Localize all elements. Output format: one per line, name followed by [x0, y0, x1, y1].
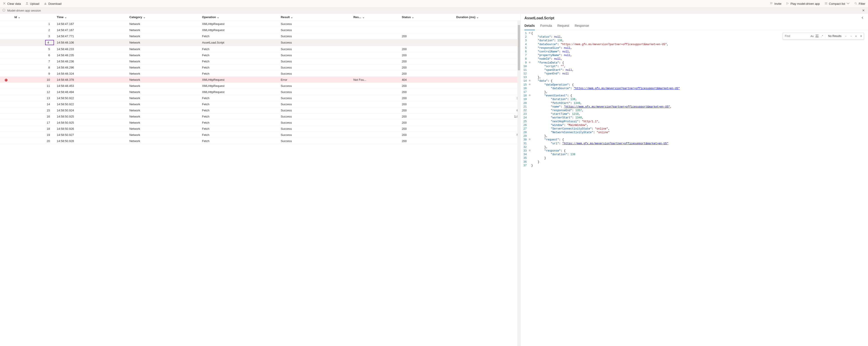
tab-formula[interactable]: Formula — [540, 23, 552, 30]
download-button[interactable]: Download — [44, 2, 61, 6]
col-result[interactable]: Result⌄ — [279, 13, 351, 21]
upload-label: Upload — [30, 2, 39, 5]
cell-duration — [454, 46, 521, 52]
code-content: "NetworkConnectivityState": "online" — [531, 131, 610, 134]
fold-toggle[interactable]: ⊟ — [528, 83, 531, 86]
scrollbar-thumb[interactable] — [518, 25, 520, 70]
find-prev-button[interactable]: ← — [844, 34, 848, 38]
code-line: 14⊟ "data": { — [521, 79, 868, 83]
filter-button[interactable]: Filter — [854, 2, 865, 6]
whole-word-button[interactable]: Ab — [815, 34, 819, 38]
cell-time: 14:58:48.235 — [55, 52, 127, 58]
clear-data-button[interactable]: Clear data — [3, 2, 21, 6]
table-row[interactable]: 1714:58:50.925NetworkFetchSuccess200 — [0, 120, 521, 126]
find-selection-button[interactable]: ≡ — [854, 34, 858, 38]
svg-point-0 — [771, 2, 771, 3]
fold-toggle[interactable]: ⊟ — [528, 79, 531, 82]
detail-title: AssetLoad.Script — [524, 16, 554, 20]
col-status[interactable]: Status⌄ — [399, 13, 454, 21]
json-viewer[interactable]: 1⊟{2 "status": null,3 "duration": 138,4 … — [521, 30, 868, 346]
events-table-wrap[interactable]: Id⌄ Time⌄ Category⌄ Operation⌄ Result⌄ R… — [0, 13, 521, 346]
table-row[interactable]: 514:58:48.233NetworkFetchSuccess200 — [0, 46, 521, 52]
table-row[interactable]: 214:58:47.167NetworkXMLHttpRequestSucces… — [0, 27, 521, 33]
code-content: "controlName": null, — [531, 50, 570, 54]
cell-res-info — [351, 52, 400, 58]
table-row[interactable]: 1814:58:50.926NetworkFetchSuccess200 — [0, 126, 521, 132]
col-operation[interactable]: Operation⌄ — [200, 13, 279, 21]
table-row[interactable]: 1514:58:50.924NetworkFetchSuccess2006 — [0, 107, 521, 113]
cell-id: 20 — [12, 138, 55, 144]
tab-details[interactable]: Details — [524, 23, 535, 30]
line-number: 27 — [521, 127, 528, 131]
regex-button[interactable]: .* — [820, 34, 824, 38]
detail-header: AssetLoad.Script — [521, 13, 868, 20]
tab-response[interactable]: Response — [575, 23, 589, 30]
table-row[interactable]: 414:58:48.106NetworkAssetLoad.ScriptSucc… — [0, 39, 521, 46]
cell-operation: Fetch — [200, 132, 279, 138]
chevron-down-icon: ⌄ — [290, 16, 293, 19]
table-row[interactable]: 114:58:47.167NetworkXMLHttpRequestSucces… — [0, 21, 521, 27]
table-row[interactable]: 1914:58:50.927NetworkFetchSuccess2005 — [0, 132, 521, 138]
line-number: 28 — [521, 131, 528, 134]
clear-data-label: Clear data — [7, 2, 21, 5]
fold-toggle[interactable]: ⊟ — [528, 32, 531, 35]
line-number: 33 — [521, 149, 528, 153]
row-status-icon — [0, 132, 12, 138]
code-line: 37} — [521, 164, 868, 168]
tab-request[interactable]: Request — [557, 23, 569, 30]
table-row[interactable]: 1314:58:50.922NetworkFetchSuccess2003 — [0, 95, 521, 101]
session-label: Model-driven app session — [7, 9, 41, 12]
cell-duration — [454, 27, 521, 33]
fold-toggle[interactable]: ⊟ — [528, 61, 531, 64]
cell-id: 7 — [12, 58, 55, 64]
upload-button[interactable]: Upload — [25, 2, 39, 6]
table-row[interactable]: 814:58:48.296NetworkFetchSuccess200 — [0, 64, 521, 70]
table-row[interactable]: 614:58:48.235NetworkFetchSuccess200 — [0, 52, 521, 58]
col-icon[interactable] — [0, 13, 12, 21]
col-duration[interactable]: Duration (ms)⌄ — [454, 13, 521, 21]
line-number: 3 — [521, 39, 528, 42]
line-number: 20 — [521, 102, 528, 105]
fold-toggle[interactable]: ⊟ — [528, 94, 531, 97]
find-next-button[interactable]: → — [849, 34, 853, 38]
col-category[interactable]: Category⌄ — [127, 13, 199, 21]
col-res-info[interactable]: Res...⌄ — [351, 13, 400, 21]
compact-list-button[interactable]: Compact list — [825, 2, 850, 6]
code-content: "workerStart": 1348, — [531, 116, 583, 120]
code-content: "response": { — [531, 149, 565, 153]
code-content: "spanStart": null, — [531, 68, 574, 72]
code-line: 12 "spanEnd": null — [521, 72, 868, 76]
col-time[interactable]: Time⌄ — [55, 13, 127, 21]
events-table-pane: Id⌄ Time⌄ Category⌄ Operation⌄ Result⌄ R… — [0, 13, 521, 346]
fold-toggle[interactable]: ⊟ — [528, 149, 531, 152]
col-id[interactable]: Id⌄ — [12, 13, 55, 21]
find-input[interactable] — [784, 34, 809, 38]
info-icon — [2, 9, 5, 12]
expand-pane-button[interactable] — [861, 16, 864, 20]
cell-status: 200 — [399, 126, 454, 132]
cell-time: 14:58:50.922 — [55, 101, 127, 107]
invite-button[interactable]: Invite — [770, 2, 781, 6]
code-line: 7 "propertyName": null, — [521, 54, 868, 57]
play-app-button[interactable]: Play model-driven app — [786, 2, 820, 6]
cell-category: Network — [127, 138, 199, 144]
code-content: }, — [531, 134, 548, 138]
cell-res-info — [351, 126, 400, 132]
table-row[interactable]: 1414:58:50.922NetworkFetchSuccess200 — [0, 101, 521, 107]
table-row[interactable]: 1614:58:50.925NetworkFetchSuccess2001,0 — [0, 113, 521, 120]
table-row[interactable]: ✕1014:58:48.378NetworkXMLHttpRequestErro… — [0, 77, 521, 83]
cell-result: Success — [279, 27, 351, 33]
table-row[interactable]: 1214:58:48.494NetworkXMLHttpRequestSucce… — [0, 89, 521, 95]
find-close-button[interactable]: ✕ — [859, 34, 863, 38]
table-row[interactable]: 2014:58:50.928NetworkFetchSuccess200 — [0, 138, 521, 144]
match-case-button[interactable]: Aa — [810, 34, 814, 38]
row-status-icon — [0, 64, 12, 70]
table-row[interactable]: 914:58:48.324NetworkFetchSuccess200 — [0, 70, 521, 77]
session-close-button[interactable]: ✕ — [861, 9, 866, 12]
table-row[interactable]: 714:58:48.236NetworkFetchSuccess200 — [0, 58, 521, 64]
vertical-scrollbar[interactable] — [517, 21, 521, 346]
table-row[interactable]: 314:58:47.771NetworkFetchSuccess200 — [0, 33, 521, 39]
table-row[interactable]: 1114:58:48.453NetworkXMLHttpRequestSucce… — [0, 83, 521, 89]
cell-operation: Fetch — [200, 138, 279, 144]
fold-toggle[interactable]: ⊟ — [528, 138, 531, 141]
